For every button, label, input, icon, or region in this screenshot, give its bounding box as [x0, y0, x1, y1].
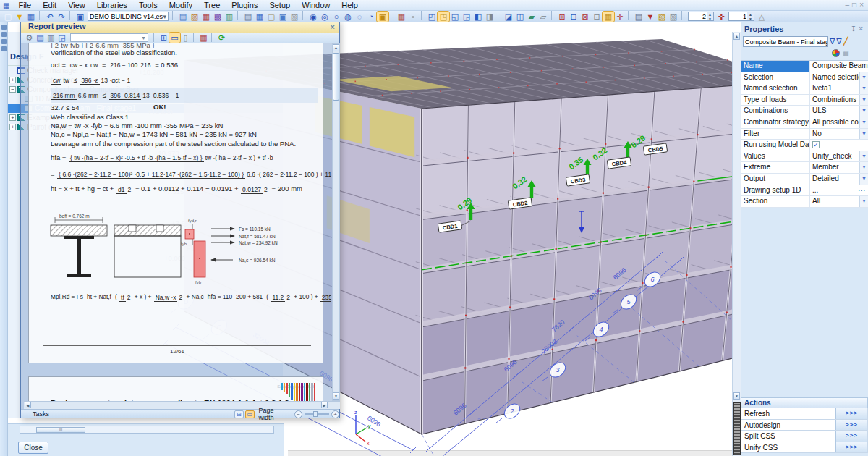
toolbar-icon[interactable]: ▦: [603, 12, 614, 22]
printer-icon[interactable]: ▥: [46, 33, 56, 43]
more-button[interactable]: >>>: [835, 408, 867, 419]
chevron-down-icon[interactable]: ▼: [859, 129, 868, 140]
close-icon[interactable]: ×: [859, 25, 865, 33]
menu-item-tree[interactable]: Tree: [198, 1, 226, 9]
menu-item-view[interactable]: View: [62, 1, 91, 9]
chevron-down-icon[interactable]: ▼: [859, 174, 868, 185]
scroll-up-icon[interactable]: ▲: [733, 33, 740, 40]
pie-chart-icon[interactable]: [832, 49, 840, 57]
chevron-down-icon[interactable]: ▼: [859, 95, 868, 106]
table-icon[interactable]: ▦: [198, 33, 209, 43]
action-row[interactable]: Unify CSS >>>: [741, 442, 868, 454]
toolbar-icon[interactable]: ▣: [377, 12, 388, 22]
scrollbar-thumb[interactable]: lll: [36, 427, 85, 433]
toolbar-icon[interactable]: ▧: [656, 12, 668, 22]
refresh-icon[interactable]: ⟳: [216, 33, 227, 43]
property-row[interactable]: Output Detailed▼: [741, 174, 868, 185]
toolbar-icon[interactable]: ↷: [56, 12, 67, 22]
project-combobox[interactable]: DEMO BUILDING v14.es▾: [88, 12, 169, 21]
toolbar-icon[interactable]: ◱: [449, 12, 461, 22]
tasks-label[interactable]: Tasks: [21, 410, 233, 418]
ellipsis-button[interactable]: ...: [858, 185, 868, 196]
chevron-down-icon[interactable]: ▼: [859, 106, 868, 117]
toolbar-icon[interactable]: ◨: [484, 12, 495, 22]
menu-item-setup[interactable]: Setup: [263, 1, 296, 9]
filter-edit-icon[interactable]: ∇: [836, 37, 841, 46]
toolbar-icon[interactable]: ▦: [396, 12, 407, 22]
toolbar-icon[interactable]: ◍: [342, 12, 354, 22]
menu-item-libraries[interactable]: Libraries: [91, 1, 133, 9]
menu-item-help[interactable]: Help: [336, 1, 364, 9]
property-row[interactable]: Run using Model Dat... ✓: [741, 140, 868, 151]
action-row[interactable]: Autodesign >>>: [741, 420, 868, 431]
page-width-label[interactable]: Page width: [259, 407, 290, 421]
toolbar-icon[interactable]: ▤: [177, 12, 189, 22]
property-row[interactable]: Type of loads Combinations▼: [741, 95, 868, 106]
single-page-icon[interactable]: ▭: [169, 33, 180, 43]
scale-spinner-1[interactable]: 2▲▼: [688, 12, 714, 21]
close-button[interactable]: Close: [18, 442, 48, 454]
toolbar-icon[interactable]: ▼: [14, 12, 25, 22]
toolbar-icon[interactable]: ▢: [265, 12, 277, 22]
toolbar-icon[interactable]: ◫: [514, 12, 526, 22]
check-type-combobox[interactable]: Composite Beam - Final stage▼: [743, 36, 828, 47]
toolbar-icon[interactable]: ◲: [461, 12, 472, 22]
report-horizontal-scrollbar[interactable]: ◀ ▶: [24, 401, 340, 409]
page-view-icon[interactable]: ▭: [245, 410, 255, 418]
toolbar-icon[interactable]: ⊞: [556, 12, 568, 22]
property-row[interactable]: Combinator strategy All possible combi▼: [741, 117, 868, 129]
toolbar-icon[interactable]: ◔: [365, 12, 377, 22]
toolbar-icon[interactable]: ◉: [307, 12, 319, 22]
two-pages-icon[interactable]: ⊞: [158, 33, 169, 43]
toolbar-icon[interactable]: ▰: [526, 12, 537, 22]
zoom-slider[interactable]: [305, 413, 329, 415]
checkbox[interactable]: ✓: [812, 141, 820, 148]
export-icon[interactable]: ◲: [56, 33, 67, 43]
close-icon[interactable]: ×: [859, 1, 867, 9]
toolbar-icon[interactable]: ↶: [44, 12, 56, 22]
report-combobox[interactable]: ▼: [70, 33, 148, 42]
toolbar-icon[interactable]: ▨: [668, 12, 679, 22]
zoom-out-icon[interactable]: −: [294, 410, 302, 418]
toolbar-icon[interactable]: ⊡: [591, 12, 603, 22]
more-button[interactable]: >>>: [835, 431, 867, 442]
toolbar-icon[interactable]: ◧: [472, 12, 484, 22]
scrollbar-thumb[interactable]: [333, 53, 339, 101]
toolbar-icon[interactable]: ▣: [277, 12, 289, 22]
toolbar-icon[interactable]: ▧: [189, 12, 200, 22]
window-controls[interactable]: –□×: [846, 1, 867, 9]
more-button[interactable]: >>>: [835, 420, 867, 431]
scroll-down-icon[interactable]: ▼: [333, 392, 339, 400]
report-content[interactable]: { 2·tw·fyb } { 2·6.6 mm ·355 MPa }Verifi…: [24, 43, 331, 401]
zoom-control[interactable]: − +: [294, 410, 339, 418]
zoom-in-icon[interactable]: +: [331, 410, 339, 418]
toolbar-icon[interactable]: ▦: [25, 12, 37, 22]
toolbar-icon[interactable]: ▦: [200, 12, 212, 22]
property-row[interactable]: Selection Named selection▼: [741, 72, 868, 84]
menu-item-modify[interactable]: Modify: [163, 1, 198, 9]
toolbar-icon[interactable]: ▢: [2, 12, 14, 22]
property-row[interactable]: Filter No▼: [741, 129, 868, 140]
property-row[interactable]: Drawing setup 1D ......: [741, 185, 868, 197]
left-icon-strip[interactable]: [0, 22, 8, 456]
toolbar-icon[interactable]: ⊠: [579, 12, 591, 22]
pencil-icon[interactable]: ╱: [843, 37, 848, 46]
grey-tool-icon[interactable]: ▦: [843, 49, 849, 57]
toolbar-icon[interactable]: ▣: [75, 12, 86, 22]
scroll-left-icon[interactable]: ◀: [25, 402, 31, 408]
toolbar-icon[interactable]: △: [756, 12, 767, 22]
toolbar-icon[interactable]: ▤: [633, 12, 644, 22]
scale-spinner-2[interactable]: 1▲▼: [728, 12, 754, 21]
toolbar-icon[interactable]: ▩: [212, 12, 224, 22]
scroll-down-icon[interactable]: ▼: [733, 392, 740, 400]
more-button[interactable]: >>>: [835, 442, 867, 453]
menu-item-window[interactable]: Window: [296, 1, 336, 9]
toolbar-icon[interactable]: ▫: [407, 12, 419, 22]
report-preview-window[interactable]: Report preview × ⚙ ▤ ▥ ◲ ▼ ⊞ ▭ ▯ ▦ ⟳ { 2…: [20, 20, 340, 418]
chevron-down-icon[interactable]: ▼: [859, 83, 868, 94]
toolbar-icon[interactable]: ◳: [438, 12, 449, 22]
property-row[interactable]: Name Composite Beam - ...: [741, 61, 868, 72]
menu-item-plugins[interactable]: Plugins: [226, 1, 263, 9]
filter-icon[interactable]: ∇: [830, 37, 835, 46]
toolbar-icon[interactable]: ◪: [503, 12, 514, 22]
